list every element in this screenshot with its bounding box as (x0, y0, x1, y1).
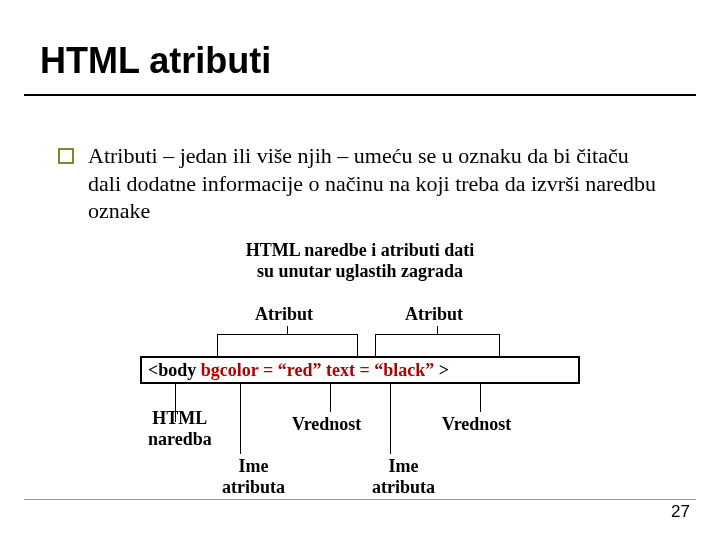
code-attr2-value: “black” (374, 360, 434, 380)
label-atribut-right: Atribut (405, 304, 463, 325)
label-line-1: Ime (389, 456, 419, 476)
label-line-2: atributa (372, 477, 435, 497)
connector-line (480, 384, 481, 412)
brace-left-drop (217, 334, 218, 356)
brace-stem (287, 326, 288, 334)
code-eq: = (258, 360, 277, 380)
label-line-1: Ime (239, 456, 269, 476)
connector-line (390, 384, 391, 454)
label-html-naredba: HTML naredba (148, 408, 212, 450)
code-tag-name: body (158, 360, 196, 380)
bullet-row: Atributi – jedan ili više njih – umeću s… (58, 142, 658, 225)
brace-stem (437, 326, 438, 334)
slide: HTML atributi Atributi – jedan ili više … (0, 0, 720, 540)
code-attr1-value: “red” (278, 360, 322, 380)
code-box: <body bgcolor = “red” text = “black” > (140, 356, 580, 384)
label-ime-atributa-left: Ime atributa (222, 456, 285, 498)
brace-left-drop (375, 334, 376, 356)
diagram-caption: HTML naredbe i atributi dati su unutar u… (0, 240, 720, 282)
connector-line (240, 384, 241, 454)
code-eq: = (355, 360, 374, 380)
brace-right-drop (357, 334, 358, 356)
label-ime-atributa-right: Ime atributa (372, 456, 435, 498)
connector-line (330, 384, 331, 412)
brace-bar (217, 334, 357, 335)
title-underline (24, 94, 696, 96)
label-vrednost-left: Vrednost (292, 414, 361, 435)
code-angle-open: < (148, 360, 158, 380)
label-atribut-left: Atribut (255, 304, 313, 325)
footer-divider (24, 499, 696, 500)
bullet-text: Atributi – jedan ili više njih – umeću s… (88, 142, 658, 225)
brace-bar (375, 334, 499, 335)
label-vrednost-right: Vrednost (442, 414, 511, 435)
brace-right-drop (499, 334, 500, 356)
bullet-icon (58, 148, 74, 164)
caption-line-2: su unutar uglastih zagrada (257, 261, 463, 281)
code-attr2-name: text (326, 360, 355, 380)
label-line-2: atributa (222, 477, 285, 497)
slide-number: 27 (671, 502, 690, 522)
code-angle-close: > (439, 360, 449, 380)
slide-title: HTML atributi (40, 40, 271, 82)
label-line-1: HTML (152, 408, 207, 428)
label-line-2: naredba (148, 429, 212, 449)
caption-line-1: HTML naredbe i atributi dati (246, 240, 475, 260)
code-attr1-name: bgcolor (201, 360, 259, 380)
